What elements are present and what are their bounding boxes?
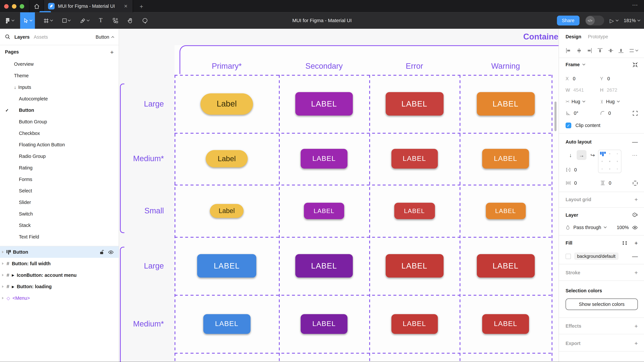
layer-item-iconbutton-account-menu[interactable]: #▶IconButton: account menu [0,269,119,281]
individual-padding-icon[interactable] [632,180,638,186]
fill-row[interactable]: background/default — [559,251,644,262]
mui-button[interactable]: LABEL [476,254,534,278]
mui-button[interactable]: LABEL [482,314,529,334]
mui-button[interactable]: LABEL [391,314,438,334]
main-menu-button[interactable] [0,12,17,29]
frame-section-title[interactable]: Frame [566,62,580,67]
align-top-icon[interactable] [597,48,603,54]
layer-item-button-loading[interactable]: #▶Button: loading [0,281,119,292]
comment-tool-button[interactable] [139,12,150,29]
opacity-value[interactable]: 100% [617,225,629,230]
mui-button[interactable]: Label [200,93,253,114]
frame-tool-button[interactable] [40,12,56,29]
page-item-button-group[interactable]: Button Group [0,116,119,127]
canvas[interactable]: Contained Primary*SecondaryErrorWarning … [119,29,558,362]
blend-mode-select[interactable]: Pass through [574,225,606,230]
blend-mode-icon[interactable] [632,212,638,218]
traffic-light-close[interactable] [4,4,8,9]
mui-button[interactable]: Label [206,150,248,167]
horizontal-padding-field[interactable]: 0 [566,180,600,186]
y-position-field[interactable]: Y 0 [600,76,610,81]
add-stroke-button[interactable]: + [634,269,638,276]
disclosure-triangle-icon[interactable] [2,285,4,288]
mui-button[interactable]: LABEL [295,92,353,116]
page-item-rating[interactable]: Rating [0,162,119,173]
traffic-light-minimize[interactable] [12,4,16,9]
dev-mode-toggle[interactable]: </> [585,16,604,26]
clip-content-checkbox[interactable]: ✓ [566,122,571,128]
styles-icon[interactable] [623,241,627,245]
page-item-forms[interactable]: Forms [0,173,119,185]
present-button[interactable]: ▷ [610,18,618,24]
mui-button[interactable]: Label [210,204,244,218]
horizontal-sizing-select[interactable]: >< Hug [566,99,600,104]
remove-auto-layout-button[interactable]: — [632,138,638,145]
vertical-padding-field[interactable]: 0 [600,180,611,186]
text-tool-button[interactable]: T [96,12,106,29]
hand-tool-button[interactable] [124,12,136,29]
unlock-icon[interactable] [100,250,104,255]
page-item-switch[interactable]: Switch [0,208,119,220]
move-tool-button[interactable] [20,12,35,29]
frame-title[interactable]: Contained [523,32,558,42]
layer-item-button[interactable]: Button [0,246,119,258]
corner-radius-field[interactable]: 0 [600,111,611,116]
vertical-sizing-select[interactable]: >< Hug [600,99,619,104]
disclosure-triangle-icon[interactable] [2,251,4,253]
show-selection-colors-button[interactable]: Show selection colors [566,299,638,310]
file-tab[interactable]: MUI for Figma - Material UI ✕ [44,0,133,12]
canvas-vertical-scrollbar[interactable] [554,102,556,131]
align-bottom-icon[interactable] [618,48,624,54]
wrap-button[interactable]: ↩ [588,150,598,160]
direction-horizontal-button[interactable]: → [577,150,586,160]
window-overflow-icon[interactable]: ⋯ [632,2,638,8]
page-item-slider[interactable]: Slider [0,197,119,208]
mui-button[interactable]: LABEL [482,149,529,169]
share-button[interactable]: Share [557,16,579,26]
disclosure-triangle-icon[interactable] [2,297,4,299]
direction-vertical-button[interactable]: ↓ [566,150,576,160]
mui-button[interactable]: LABEL [197,254,256,278]
page-item-select[interactable]: Select [0,185,119,197]
page-item-inputs[interactable]: ↓Inputs [0,81,119,93]
home-button[interactable] [30,0,44,12]
page-item-overview[interactable]: Overview [0,59,119,70]
mui-button[interactable]: LABEL [386,254,444,278]
resources-tool-button[interactable] [110,12,121,29]
mui-button[interactable]: LABEL [391,149,438,169]
align-right-icon[interactable] [586,48,592,54]
independent-corners-icon[interactable] [632,110,638,116]
eye-icon[interactable] [108,250,114,254]
add-fill-button[interactable]: + [634,240,638,246]
width-field[interactable]: W 4541 [566,88,600,92]
disclosure-triangle-icon[interactable] [2,262,4,265]
tab-design[interactable]: Design [566,34,581,39]
add-page-button[interactable]: + [110,48,114,55]
tab-prototype[interactable]: Prototype [588,34,608,39]
distribute-menu[interactable] [629,48,638,54]
fill-color-swatch[interactable] [566,254,571,259]
mui-button[interactable]: LABEL [394,203,435,219]
add-layout-grid-button[interactable]: + [634,196,638,203]
height-field[interactable]: H 2672 [600,88,617,92]
shape-tool-button[interactable] [60,12,73,29]
tab-layers[interactable]: Layers [14,34,30,39]
mui-button[interactable]: LABEL [295,254,353,278]
page-item-theme[interactable]: Theme [0,70,119,81]
disclosure-triangle-icon[interactable] [2,274,4,276]
traffic-light-zoom[interactable] [20,4,24,9]
add-effect-button[interactable]: + [634,323,638,329]
tab-close-icon[interactable]: ✕ [124,4,128,9]
add-export-button[interactable]: + [634,340,638,347]
mui-button[interactable]: LABEL [476,92,534,116]
mui-button[interactable]: LABEL [304,203,344,219]
zoom-level-control[interactable]: 181% [624,18,640,23]
page-item-text-field[interactable]: Text Field [0,231,119,243]
align-left-icon[interactable] [566,48,571,54]
auto-layout-more-icon[interactable]: ⋯ [632,152,638,158]
collapse-icon[interactable] [632,62,638,67]
mui-button[interactable]: LABEL [386,92,444,116]
page-item-stack[interactable]: Stack [0,220,119,231]
tab-assets[interactable]: Assets [34,34,48,39]
mui-button[interactable]: LABEL [301,149,348,169]
